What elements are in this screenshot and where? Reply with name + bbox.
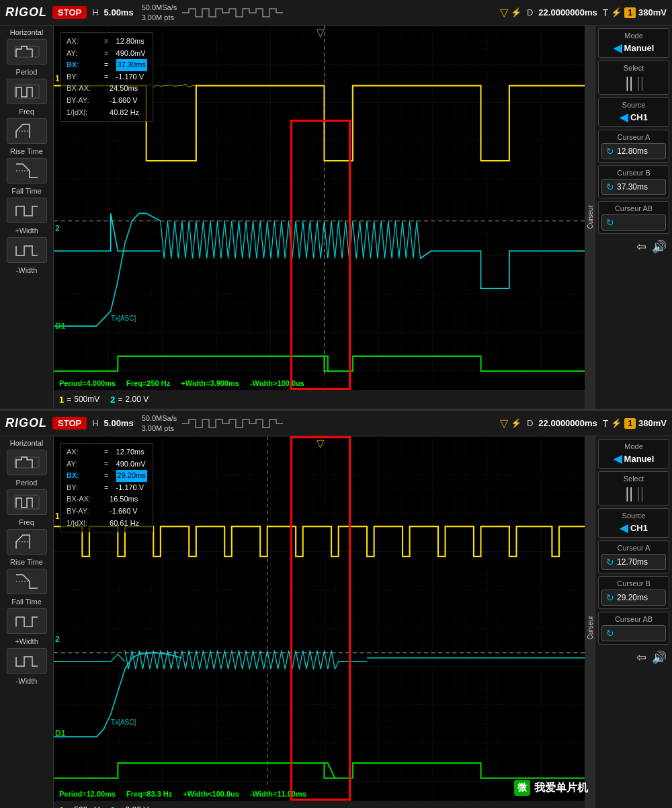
t-lightning-1: ⚡: [611, 7, 622, 17]
cursor-lines-3: | |: [625, 485, 631, 502]
cursor-lines-1: | |: [625, 74, 631, 91]
h-btn-2[interactable]: [7, 450, 47, 475]
rise-label-2: Rise Time: [10, 558, 43, 566]
mv-value-2: 380mV: [638, 418, 667, 428]
freq-btn-2[interactable]: [7, 489, 47, 515]
sidebar-item-nwidth-1[interactable]: [0, 236, 53, 264]
top-bar-1: RIGOL STOP H 5.00ms 50.0MSa/s 3.00M pts …: [0, 0, 672, 26]
pwidth-label-2: +Width: [15, 637, 38, 645]
select-section-1: Select | | | |: [598, 60, 669, 95]
cursor-lines-4: | |: [636, 485, 642, 502]
cursor-b-section-2: Curseur B ↻ 29.20ms: [598, 576, 669, 609]
rigol-logo-2: RIGOL: [5, 416, 47, 430]
sidebar-item-rise-2[interactable]: [0, 528, 53, 556]
sidebar-item-horizontal-1[interactable]: [0, 38, 53, 66]
sidebar-item-pwidth-2[interactable]: [0, 607, 53, 635]
fall-btn-1[interactable]: [7, 158, 47, 184]
curseur-label-2: Curseur: [585, 436, 595, 808]
ch3-marker-1: D1: [55, 321, 65, 331]
sidebar-item-nwidth-2[interactable]: [0, 647, 53, 675]
cursor-a-rotate-icon-2: ↻: [606, 557, 614, 567]
freq-label-2: Freq: [19, 518, 34, 526]
mode-arrow-left-1[interactable]: ◀: [614, 42, 622, 54]
scope-screen-2: ▽ AX: = 12.70ms AY: = 490.0mV BX: = 2: [54, 436, 595, 808]
select-cursors-1: | | | |: [601, 74, 666, 91]
cursor-b-rotate-icon-2: ↻: [606, 592, 614, 603]
source-arrow-2[interactable]: ◀: [620, 522, 628, 534]
nwidth-btn-1[interactable]: [7, 237, 47, 263]
source-arrow-1[interactable]: ◀: [620, 111, 628, 124]
rise-label-1: Rise Time: [10, 147, 43, 155]
sidebar-item-pwidth-1[interactable]: [0, 196, 53, 225]
source-value-2: CH1: [630, 523, 648, 533]
ch2-scale-1: 2 = 2.00 V: [110, 395, 149, 405]
cursor-b-section-1: Curseur B ↻ 37.30ms: [598, 165, 669, 198]
trigger-wave-2: [182, 417, 495, 430]
freq-label-1: Freq: [19, 108, 34, 116]
horizontal-btn-1[interactable]: [7, 39, 47, 65]
d-label-1: D: [527, 7, 533, 17]
horizontal-label-2: Horizontal: [10, 439, 44, 447]
fall-btn-2[interactable]: [7, 569, 47, 594]
cursor-a-rotate-icon-1: ↻: [606, 146, 614, 157]
speaker-icon-2: 🔊: [652, 650, 667, 665]
period-label-1: Period: [16, 68, 38, 76]
sidebar-item-fall-2[interactable]: [0, 567, 53, 596]
left-sidebar-2: Horizontal Period Freq: [0, 436, 54, 808]
scope-screen-1: ▽ AX: = 12.80ms AY: = 490.0mV BX: = 3: [54, 26, 595, 409]
channel-scale-bar-1: 1 = 500mV 2 = 2.00 V: [54, 390, 595, 409]
ch1-badge-2: 1: [624, 418, 636, 429]
main-area-1: Horizontal Period: [0, 26, 672, 409]
bottom-icons-2: ⇦ 🔊: [598, 647, 669, 668]
sidebar-item-h-2[interactable]: [0, 448, 53, 477]
mode-arrow-left-2[interactable]: ◀: [614, 452, 622, 465]
rise-btn-1[interactable]: [7, 118, 47, 144]
pwidth-label-1: +Width: [15, 227, 38, 235]
trigger-section-1: ▽ ⚡: [500, 6, 521, 19]
ch1-marker-2: 1: [55, 512, 60, 521]
rise-btn-2[interactable]: [7, 529, 47, 555]
sidebar-item-rise-1[interactable]: [0, 117, 53, 145]
pwidth-btn-1[interactable]: [7, 198, 47, 223]
trigger-lightning-1: ⚡: [511, 7, 521, 17]
watermark-2: 微 我爱单片机: [514, 780, 588, 796]
nwidth-label-1: -Width: [16, 266, 38, 274]
ch2-marker-2: 2: [55, 635, 60, 644]
cursor-b-value-2: ↻ 29.20ms: [601, 590, 666, 606]
h-value-1: 5.00ms: [104, 7, 134, 17]
trigger-wave-1: [182, 6, 495, 19]
cursor-b-value-1: ↻ 37.30ms: [601, 179, 666, 195]
d-label-2: D: [527, 418, 533, 428]
channel-scale-bar-2: 1 = 500mV 2 = 2.00 V: [54, 801, 595, 808]
tx-asc-label-2: Tx[ASC]: [111, 719, 136, 726]
cursor-a-value-1: ↻ 12.80ms: [601, 143, 666, 159]
sidebar-item-fall-1[interactable]: [0, 157, 53, 185]
sample-info-2: 50.0MSa/s 3.00M pts: [142, 413, 177, 433]
trigger-lightning-2: ⚡: [511, 418, 521, 428]
usb-icon-1: ⇦: [636, 239, 646, 254]
curseur-label-1: Curseur: [585, 26, 595, 409]
info-box-2: AX: = 12.70ms AY: = 490.0mV BX: = 29.20m…: [60, 443, 153, 532]
cursor-ab-value-2: ↻: [601, 625, 666, 641]
horizontal-label-1: Horizontal: [10, 28, 44, 36]
t-icon-1: T: [603, 7, 609, 18]
cursor-a-value-2: ↻ 12.70ms: [601, 554, 666, 570]
nwidth-btn-2[interactable]: [7, 648, 47, 674]
pwidth-btn-2[interactable]: [7, 608, 47, 634]
sidebar-item-freq-1[interactable]: [0, 77, 53, 106]
nwidth-label-2: -Width: [16, 677, 38, 685]
select-cursors-2: | | | |: [601, 485, 666, 502]
right-sidebar-1: Mode ◀ Manuel Select | | | | Source ◀ CH…: [595, 26, 672, 409]
fall-label-2: Fall Time: [11, 598, 42, 606]
h-label-1: H: [92, 7, 98, 17]
sidebar-item-freq-2[interactable]: [0, 488, 53, 516]
trigger-icon-1: ▽: [500, 6, 508, 19]
measurements-bar-1: Period=4.000ms Freq=250 Hz +Width=3.900m…: [54, 376, 595, 390]
source-value-1: CH1: [630, 112, 648, 122]
freq-btn-1[interactable]: [7, 79, 47, 104]
left-sidebar-1: Horizontal Period: [0, 26, 54, 409]
t-section-2: T ⚡ 1 380mV: [603, 418, 667, 429]
source-section-2: Source ◀ CH1: [598, 508, 669, 538]
ch1-scale-1: 1 = 500mV: [59, 395, 99, 405]
mode-section-2: Mode ◀ Manuel: [598, 439, 669, 469]
